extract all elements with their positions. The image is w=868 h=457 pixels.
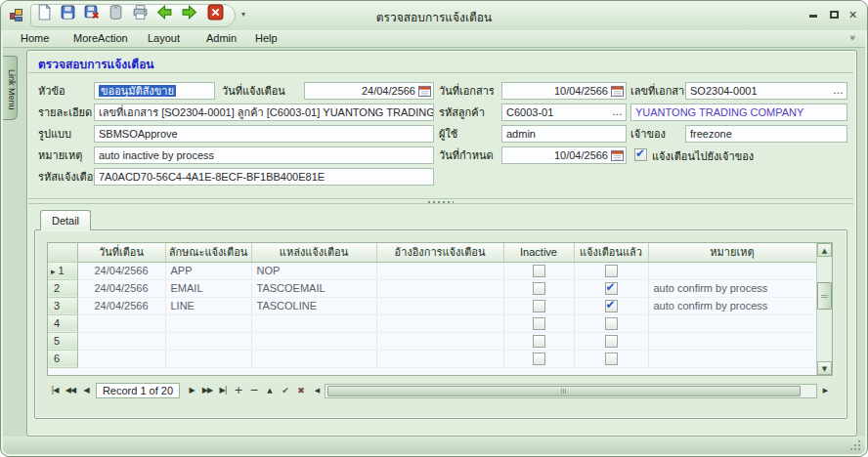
- notified-checkbox[interactable]: [605, 265, 618, 277]
- owner-field[interactable]: freezone: [685, 125, 847, 143]
- tab-detail[interactable]: Detail: [40, 210, 91, 230]
- nav-delete-button[interactable]: −: [246, 383, 262, 398]
- indicator-header: [48, 243, 77, 262]
- menu-layout[interactable]: Layout: [144, 32, 184, 44]
- resize-grip[interactable]: [850, 440, 860, 450]
- grid-header-row: วันที่เตือน ลักษณะแจ้งเตือน แหล่งแจ้งเตื…: [48, 243, 816, 262]
- table-row[interactable]: 5: [48, 332, 816, 350]
- hscroll-left-icon[interactable]: ◀: [309, 383, 325, 398]
- table-row[interactable]: 6: [48, 350, 816, 367]
- row-focus-icon: ▸: [51, 267, 56, 276]
- record-count-label: Record 1 of 20: [96, 383, 180, 398]
- notify-owner-checkbox[interactable]: [634, 148, 647, 161]
- table-row[interactable]: 3 24/04/2566 LINE TASCOLINE auto confirm…: [48, 297, 816, 314]
- menu-home[interactable]: Home: [17, 32, 53, 44]
- doc-date-field[interactable]: 10/04/2566: [501, 82, 627, 100]
- menu-moreaction[interactable]: MoreAction: [69, 32, 132, 44]
- scroll-up-icon[interactable]: ▲: [817, 243, 832, 257]
- scroll-down-icon[interactable]: ▼: [817, 361, 832, 375]
- nav-next-button[interactable]: ▶: [184, 383, 199, 398]
- vertical-scrollbar[interactable]: ▲ ▼: [816, 243, 832, 375]
- app-window: ▾ ตรวจสอบการแจ้งเตือน × Home MoreAction …: [0, 0, 868, 457]
- title-bar: ▾ ตรวจสอบการแจ้งเตือน ×: [1, 1, 867, 30]
- notify-date-field[interactable]: 24/04/2566: [304, 82, 434, 100]
- inactive-checkbox[interactable]: [533, 265, 545, 277]
- inactive-checkbox[interactable]: [533, 317, 545, 330]
- column-header-type[interactable]: ลักษณะแจ้งเตือน: [165, 243, 251, 262]
- menu-collapse-chevron-icon[interactable]: »: [846, 34, 857, 40]
- calendar-icon[interactable]: [611, 85, 624, 97]
- notified-checkbox[interactable]: [605, 335, 618, 348]
- splitter-grip-icon: [428, 201, 454, 203]
- doc-no-field[interactable]: SO2304-0001 …: [685, 82, 847, 100]
- customer-code-label: รหัสลูกค้า: [439, 105, 485, 120]
- window-title: ตรวจสอบการแจ้งเตือน: [1, 8, 867, 26]
- ellipsis-button[interactable]: …: [833, 83, 844, 98]
- customer-name-field[interactable]: YUANTONG TRADING COMPANY: [630, 104, 847, 121]
- table-row[interactable]: 2 24/04/2566 EMAIL TASCOEMAIL auto confi…: [48, 279, 816, 297]
- detail-grid: วันที่เตือน ลักษณะแจ้งเตือน แหล่งแจ้งเตื…: [47, 242, 833, 376]
- due-date-label: วันที่กำหนด: [439, 148, 494, 163]
- remark-label: หมายเหตุ: [38, 148, 82, 163]
- nav-append-button[interactable]: +: [231, 383, 246, 398]
- inactive-checkbox[interactable]: [533, 353, 545, 365]
- nav-next-page-button[interactable]: ▶▶: [199, 383, 215, 398]
- notify-code-label: รหัสแจ้งเตือน: [38, 170, 101, 185]
- page-title: ตรวจสอบการแจ้งเตือน: [38, 55, 154, 73]
- table-row[interactable]: 4: [48, 314, 816, 332]
- owner-label: เจ้าของ: [630, 127, 666, 142]
- calendar-icon[interactable]: [418, 85, 431, 97]
- link-menu-tab[interactable]: Link Menu: [3, 56, 18, 120]
- notify-date-label: วันที่แจ้งเตือน: [222, 84, 285, 99]
- detail-field[interactable]: เลขที่เอกสาร [SO2304-0001] ลูกค้า [C6003…: [94, 104, 434, 121]
- column-header-source[interactable]: แหล่งแจ้งเตือน: [251, 243, 376, 262]
- nav-first-button[interactable]: |◀: [47, 383, 63, 398]
- format-field[interactable]: SBMSOApprove: [94, 125, 434, 143]
- notified-checkbox[interactable]: [605, 300, 618, 312]
- horizontal-scrollbar[interactable]: [325, 384, 817, 398]
- close-button[interactable]: ×: [845, 9, 861, 22]
- table-row[interactable]: ▸1 24/04/2566 APP NOP: [48, 262, 816, 279]
- column-header-date[interactable]: วันที่เตือน: [77, 243, 165, 262]
- topic-label: หัวข้อ: [38, 84, 65, 99]
- notified-checkbox[interactable]: [605, 282, 618, 295]
- doc-date-label: วันที่เอกสาร: [439, 84, 495, 99]
- format-label: รูปแบบ: [38, 127, 71, 142]
- nav-edit-button[interactable]: ▲: [262, 383, 278, 398]
- due-date-field[interactable]: 10/04/2566: [501, 146, 627, 164]
- inactive-checkbox[interactable]: [533, 335, 545, 348]
- notified-checkbox[interactable]: [605, 353, 618, 365]
- remark-field[interactable]: auto inactive by process: [94, 146, 434, 164]
- doc-no-label: เลขที่เอกสาร: [630, 84, 690, 99]
- calendar-icon[interactable]: [611, 149, 624, 161]
- nav-cancel-button[interactable]: ✖: [293, 383, 309, 398]
- user-field[interactable]: admin: [501, 125, 627, 143]
- menu-help[interactable]: Help: [251, 32, 282, 44]
- hscroll-right-icon[interactable]: ▶: [817, 383, 833, 398]
- vertical-scroll-thumb[interactable]: [817, 282, 832, 310]
- minimize-button[interactable]: [804, 9, 821, 22]
- column-header-notified[interactable]: แจ้งเตือนแล้ว: [574, 243, 648, 262]
- horizontal-scroll-thumb[interactable]: [327, 386, 801, 396]
- menu-admin[interactable]: Admin: [202, 32, 240, 44]
- column-header-inactive[interactable]: Inactive: [503, 243, 574, 262]
- ellipsis-button[interactable]: …: [612, 104, 623, 119]
- notify-code-field[interactable]: 7A0ACD70-56C4-4A1E-8ECF-BF1BB400E81E: [94, 168, 434, 186]
- maximize-button[interactable]: [826, 9, 843, 22]
- detail-label: รายละเอียด: [38, 105, 92, 120]
- notify-owner-label: แจ้งเตือนไปยังเจ้าของ: [652, 149, 754, 164]
- customer-code-field[interactable]: C6003-01 …: [501, 104, 627, 121]
- menu-bar: Home MoreAction Layout Admin Help »: [3, 30, 865, 48]
- notified-checkbox[interactable]: [605, 317, 618, 330]
- header-divider: [28, 72, 853, 73]
- inactive-checkbox[interactable]: [533, 300, 545, 312]
- inactive-checkbox[interactable]: [533, 282, 545, 295]
- column-header-remark[interactable]: หมายเหตุ: [648, 243, 816, 262]
- splitter[interactable]: [28, 198, 853, 204]
- nav-prev-page-button[interactable]: ◀◀: [63, 383, 78, 398]
- nav-post-button[interactable]: ✔: [278, 383, 293, 398]
- nav-last-button[interactable]: ▶|: [215, 383, 231, 398]
- topic-field[interactable]: ขออนุมัติสั่งขาย: [94, 82, 215, 100]
- column-header-ref[interactable]: อ้างอิงการแจ้งเตือน: [376, 243, 503, 262]
- nav-prev-button[interactable]: ◀: [78, 383, 94, 398]
